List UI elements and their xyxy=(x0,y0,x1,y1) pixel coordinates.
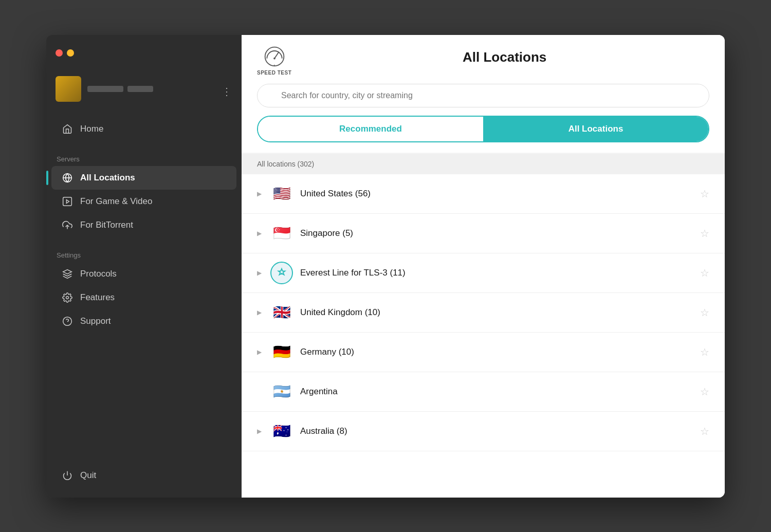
list-item[interactable]: ▶ 🇦🇺 Australia (8) ☆ xyxy=(242,412,725,451)
speed-test-button[interactable]: ● SPEED TEST xyxy=(257,45,291,76)
flag-uk: 🇬🇧 xyxy=(270,301,293,324)
sidebar-item-support[interactable]: Support xyxy=(51,309,236,333)
user-info xyxy=(87,86,153,92)
tab-all-locations[interactable]: All Locations xyxy=(483,117,708,141)
sidebar-item-label: For Game & Video xyxy=(80,196,152,207)
search-wrapper: 🔍 xyxy=(257,84,709,107)
location-name: Singapore (5) xyxy=(300,228,693,239)
location-name: United Kingdom (10) xyxy=(300,307,693,318)
favorite-icon[interactable]: ☆ xyxy=(700,346,709,358)
svg-marker-3 xyxy=(66,199,69,203)
expand-arrow-icon: ▶ xyxy=(257,428,263,435)
list-item[interactable]: ▶ Everest Line for TLS-3 (11) ☆ xyxy=(242,253,725,293)
list-item[interactable]: ▶ 🇦🇷 Argentina ☆ xyxy=(242,372,725,412)
main-header: ● SPEED TEST All Locations xyxy=(242,35,725,76)
nav-home-section: Home xyxy=(46,112,242,146)
search-input[interactable] xyxy=(257,84,709,107)
user-detail-block xyxy=(127,86,153,92)
flag-de: 🇩🇪 xyxy=(270,341,293,363)
flag-au: 🇦🇺 xyxy=(270,420,293,443)
location-name: Germany (10) xyxy=(300,347,693,357)
username-block xyxy=(87,86,123,92)
close-button[interactable] xyxy=(56,49,63,57)
sidebar-item-label: For BitTorrent xyxy=(80,220,133,230)
list-item[interactable]: ▶ 🇸🇬 Singapore (5) ☆ xyxy=(242,214,725,253)
everest-flag xyxy=(270,262,293,284)
location-name: Everest Line for TLS-3 (11) xyxy=(300,268,693,278)
sidebar: ⋮ Home Servers All Locations xyxy=(46,35,242,498)
svg-point-6 xyxy=(66,296,69,299)
sidebar-item-label: All Locations xyxy=(80,173,135,183)
expand-arrow-icon: ▶ xyxy=(257,269,263,277)
more-options-button[interactable]: ⋮ xyxy=(222,85,232,98)
sidebar-item-home[interactable]: Home xyxy=(51,117,236,141)
sidebar-item-all-locations[interactable]: All Locations xyxy=(51,166,236,190)
favorite-icon[interactable]: ☆ xyxy=(700,425,709,437)
favorite-icon[interactable]: ☆ xyxy=(700,306,709,319)
sidebar-item-label: Protocols xyxy=(80,269,117,279)
sidebar-item-label: Home xyxy=(80,124,103,134)
expand-arrow-icon: ▶ xyxy=(257,230,263,237)
sidebar-bottom: Quit xyxy=(46,464,242,498)
favorite-icon[interactable]: ☆ xyxy=(700,267,709,279)
list-item[interactable]: ▶ 🇺🇸 United States (56) ☆ xyxy=(242,174,725,214)
tab-recommended[interactable]: Recommended xyxy=(258,117,483,141)
location-name: United States (56) xyxy=(300,189,693,199)
flag-us: 🇺🇸 xyxy=(270,182,293,205)
sidebar-item-label: Features xyxy=(80,292,115,303)
tab-row: Recommended All Locations xyxy=(257,116,709,142)
favorite-icon[interactable]: ☆ xyxy=(700,188,709,200)
expand-arrow-icon: ▶ xyxy=(257,190,263,197)
speed-test-label: SPEED TEST xyxy=(257,70,291,76)
home-icon xyxy=(62,123,73,135)
sidebar-item-quit[interactable]: Quit xyxy=(51,464,236,487)
sidebar-item-label: Support xyxy=(80,316,111,326)
expand-arrow-icon: ▶ xyxy=(257,309,263,316)
help-circle-icon xyxy=(62,316,73,327)
flag-sg: 🇸🇬 xyxy=(270,222,293,245)
avatar xyxy=(56,76,81,102)
settings-section: Settings Protocols Features Support xyxy=(46,242,242,338)
sidebar-item-bittorrent[interactable]: For BitTorrent xyxy=(51,213,236,237)
sidebar-item-label: Quit xyxy=(80,470,96,481)
svg-marker-5 xyxy=(63,269,72,273)
list-header: All locations (302) xyxy=(242,154,725,174)
expand-arrow-icon: ▶ xyxy=(257,348,263,356)
svg-line-12 xyxy=(274,52,278,58)
sidebar-item-protocols[interactable]: Protocols xyxy=(51,262,236,286)
flag-ar: 🇦🇷 xyxy=(270,380,293,403)
favorite-icon[interactable]: ☆ xyxy=(700,227,709,240)
power-icon xyxy=(62,470,73,481)
search-container: 🔍 xyxy=(242,76,725,116)
servers-label: Servers xyxy=(46,151,242,166)
location-name: Australia (8) xyxy=(300,426,693,436)
sidebar-item-game-video[interactable]: For Game & Video xyxy=(51,190,236,213)
minimize-button[interactable] xyxy=(67,49,74,57)
globe-icon xyxy=(62,172,73,184)
settings-icon xyxy=(62,292,73,303)
svg-text:●: ● xyxy=(273,64,275,66)
svg-point-7 xyxy=(63,317,72,325)
favorite-icon[interactable]: ☆ xyxy=(700,386,709,398)
user-section: ⋮ xyxy=(46,71,242,112)
servers-section: Servers All Locations For Game & Video F… xyxy=(46,146,242,242)
titlebar xyxy=(46,35,242,71)
main-content: ● SPEED TEST All Locations 🔍 Recommended… xyxy=(242,35,725,498)
location-list: All locations (302) ▶ 🇺🇸 United States (… xyxy=(242,154,725,498)
svg-rect-2 xyxy=(63,197,72,206)
app-window: ⋮ Home Servers All Locations xyxy=(46,35,725,498)
sidebar-item-features[interactable]: Features xyxy=(51,286,236,309)
svg-point-10 xyxy=(265,47,284,66)
layers-icon xyxy=(62,268,73,280)
upload-icon xyxy=(62,219,73,231)
play-icon xyxy=(62,196,73,207)
tab-container: Recommended All Locations xyxy=(242,116,725,153)
list-item[interactable]: ▶ 🇬🇧 United Kingdom (10) ☆ xyxy=(242,293,725,333)
location-name: Argentina xyxy=(300,387,693,397)
settings-label: Settings xyxy=(46,247,242,262)
page-title: All Locations xyxy=(300,45,709,65)
list-item[interactable]: ▶ 🇩🇪 Germany (10) ☆ xyxy=(242,333,725,372)
